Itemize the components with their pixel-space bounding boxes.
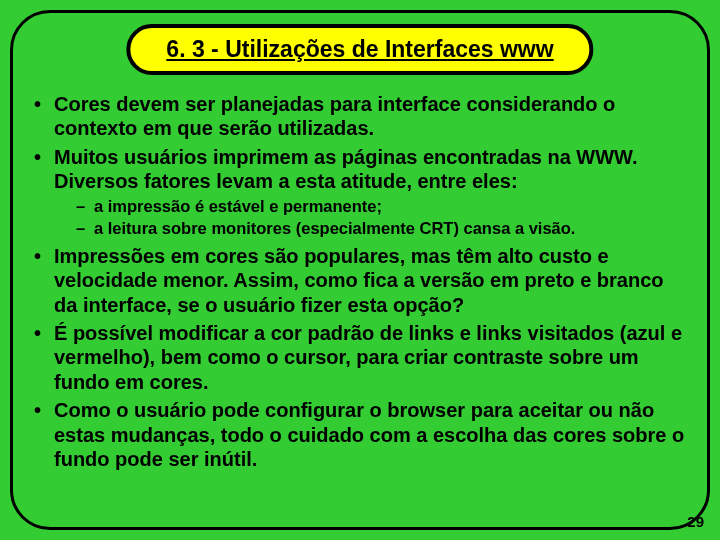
sub-list-item: a leitura sobre monitores (especialmente…: [54, 218, 692, 238]
list-item: É possível modificar a cor padrão de lin…: [28, 321, 692, 394]
list-item: Cores devem ser planejadas para interfac…: [28, 92, 692, 141]
bullet-text: Cores devem ser planejadas para interfac…: [54, 93, 615, 139]
slide-content: Cores devem ser planejadas para interfac…: [28, 92, 692, 475]
bullet-text: É possível modificar a cor padrão de lin…: [54, 322, 682, 393]
slide-title: 6. 3 - Utilizações de Interfaces www: [126, 24, 593, 75]
bullet-text: Como o usuário pode configurar o browser…: [54, 399, 684, 470]
list-item: Muitos usuários imprimem as páginas enco…: [28, 145, 692, 238]
bullet-list: Cores devem ser planejadas para interfac…: [28, 92, 692, 471]
list-item: Impressões em cores são populares, mas t…: [28, 244, 692, 317]
bullet-text: Impressões em cores são populares, mas t…: [54, 245, 664, 316]
sub-bullet-text: a impressão é estável e permanente;: [94, 197, 382, 215]
sub-bullet-text: a leitura sobre monitores (especialmente…: [94, 219, 575, 237]
bullet-text: Muitos usuários imprimem as páginas enco…: [54, 146, 637, 192]
sub-list-item: a impressão é estável e permanente;: [54, 196, 692, 216]
list-item: Como o usuário pode configurar o browser…: [28, 398, 692, 471]
page-number: 29: [687, 513, 704, 530]
sub-bullet-list: a impressão é estável e permanente; a le…: [54, 196, 692, 238]
